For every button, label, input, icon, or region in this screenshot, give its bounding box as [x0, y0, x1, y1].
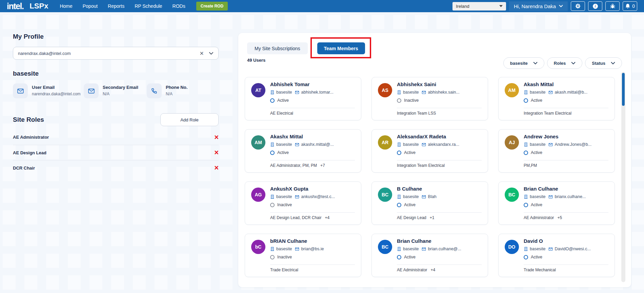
member-email[interactable]: aleksandarx.ra... [428, 142, 459, 147]
notifications-button[interactable]: 0 [623, 1, 637, 11]
panel-tabs: My Site Subscriptions Team Members [247, 42, 365, 54]
member-name: AnkushX Gupta [270, 186, 308, 192]
nav-link-rods[interactable]: RODs [173, 3, 185, 9]
chevron-down-icon [559, 5, 563, 7]
nav-link-popout[interactable]: Popout [83, 3, 98, 9]
member-roles-extra[interactable]: +1 [430, 215, 435, 220]
member-name: bRIAN Culhane [270, 238, 307, 244]
card-divider [270, 265, 355, 265]
card-divider [270, 108, 355, 108]
email-icon [295, 195, 300, 199]
member-email[interactable]: Blah [428, 194, 437, 199]
app-name[interactable]: LSPx [29, 2, 48, 11]
user-count: 49 Users [247, 58, 265, 63]
nav-links: Home Popout Reports RP Schedule RODs [60, 3, 185, 9]
member-roles: Integration Team Electrical [524, 111, 571, 116]
tab-my-site-subscriptions[interactable]: My Site Subscriptions [247, 42, 308, 54]
member-name: B Culhane [397, 186, 422, 192]
panel-scrollbar[interactable] [621, 72, 625, 282]
user-greeting[interactable]: Hi, Narendra Daka [509, 1, 568, 11]
remove-role-icon[interactable]: × [214, 149, 219, 156]
remove-role-icon[interactable]: × [214, 164, 219, 172]
member-roles: AE Administrator, PM, PM [270, 163, 317, 168]
role-row: DCR Chair × [13, 160, 219, 175]
add-role-button[interactable]: Add Role [160, 113, 219, 126]
email-icon [295, 142, 300, 147]
member-status: Active [531, 150, 542, 155]
contact-secondary-email: Secondary Email N/A [84, 83, 147, 98]
profile-email-input[interactable] [18, 51, 200, 56]
member-email[interactable]: akash.mittal@b... [555, 90, 588, 95]
gear-icon [575, 3, 581, 9]
member-card[interactable]: AT Abhishek Tomar basesite abhishek. [245, 77, 361, 120]
filter-basesite[interactable]: basesite [503, 57, 544, 69]
notification-count: 0 [632, 3, 635, 9]
member-email[interactable]: akashx.mittal@... [301, 142, 334, 147]
member-roles: AE Design Lead [397, 215, 426, 220]
nav-link-home[interactable]: Home [60, 3, 72, 9]
member-site: basesite [530, 90, 546, 95]
member-email[interactable]: brianx.culhane... [555, 194, 586, 199]
member-name: AleksandarX Radeta [397, 134, 446, 139]
role-name: DCR Chair [13, 165, 35, 171]
remove-role-icon[interactable]: × [214, 134, 219, 141]
member-roles-extra[interactable]: +5 [557, 215, 562, 220]
member-email[interactable]: abhishek.tomar... [301, 90, 334, 95]
card-divider [524, 108, 608, 108]
role-name: AE Design Lead [13, 150, 46, 155]
filter-roles[interactable]: Roles [547, 57, 582, 69]
member-card[interactable]: bC bRIAN Culhane basesite brian@bs.i [245, 234, 361, 277]
basesite-title: basesite [13, 70, 219, 77]
email-icon [548, 247, 553, 251]
member-email[interactable]: brian.culhane@... [428, 247, 461, 251]
member-card[interactable]: AM Akash Mittal basesite akash.mitta [498, 77, 615, 120]
avatar: AT [251, 83, 265, 97]
region-select[interactable]: Ireland [452, 2, 506, 11]
member-email[interactable]: abhishekx.sain... [428, 90, 460, 95]
member-email[interactable]: brian@bs.ie [301, 247, 324, 251]
member-card[interactable]: DO David O basesite DavidO@nwesi.c.. [498, 234, 615, 277]
bug-report-button[interactable] [605, 1, 620, 11]
chevron-down-icon[interactable] [209, 52, 214, 55]
member-status: Active [277, 98, 289, 103]
profile-email-combobox[interactable]: × [13, 47, 219, 60]
member-email[interactable]: ankushx@test.c... [301, 194, 335, 199]
member-roles: AE Administrator [397, 268, 427, 272]
member-email[interactable]: DavidO@nwesi.c... [555, 247, 591, 251]
site-roles-list: AE Administrator × AE Design Lead × DCR … [13, 130, 219, 175]
clear-icon[interactable]: × [200, 50, 204, 57]
member-card[interactable]: BC Brian Culhane basesite brian.culh [371, 234, 488, 277]
member-card[interactable]: BC Brian Culhane basesite brianx.cul [498, 181, 615, 225]
member-roles: Trade Mechanical [524, 268, 556, 272]
member-card[interactable]: AM Akashx Mittal basesite akashx.mit [245, 129, 361, 173]
card-divider [270, 160, 355, 160]
status-ring-icon [270, 203, 275, 207]
nav-link-reports[interactable]: Reports [108, 3, 124, 9]
member-roles-extra[interactable]: +7 [320, 163, 325, 168]
member-roles-extra[interactable]: +4 [325, 215, 329, 220]
status-ring-icon [397, 255, 401, 259]
info-button[interactable]: i [588, 1, 602, 11]
nav-link-rp-schedule[interactable]: RP Schedule [135, 3, 162, 9]
building-icon [524, 90, 528, 95]
caret-down-icon [499, 5, 503, 7]
create-rod-button[interactable]: Create ROD [196, 2, 228, 11]
member-card[interactable]: BC B Culhane basesite Blah [371, 181, 488, 225]
status-ring-icon [270, 255, 275, 259]
member-email[interactable]: Andrew.Jones@b... [555, 142, 592, 147]
settings-button[interactable] [571, 1, 585, 11]
card-divider [270, 212, 355, 213]
avatar: BC [378, 188, 392, 202]
member-card[interactable]: AG AnkushX Gupta basesite ankushx@te [245, 181, 361, 225]
intel-logo[interactable]: intel. [7, 1, 23, 11]
member-card[interactable]: AR AleksandarX Radeta basesite aleks [371, 129, 488, 173]
member-card[interactable]: AJ Andrew Jones basesite Andrew.Jone [498, 129, 615, 173]
email-icon [295, 247, 300, 251]
member-roles-extra[interactable]: +4 [430, 268, 435, 272]
scrollbar-thumb[interactable] [622, 73, 625, 106]
filter-status[interactable]: Status [585, 57, 622, 69]
member-card[interactable]: AS Abhishekx Saini basesite abhishek [371, 77, 488, 120]
avatar: BC [505, 188, 519, 202]
tab-team-members[interactable]: Team Members [317, 42, 365, 54]
role-row: AE Design Lead × [13, 145, 219, 160]
